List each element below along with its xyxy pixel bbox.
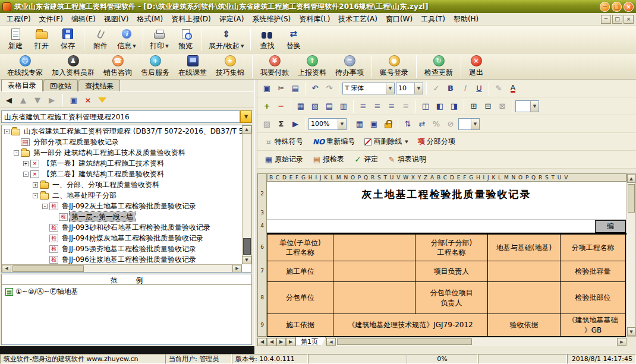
mdi-minimize-button[interactable]: ─ <box>601 15 611 24</box>
construction-unit-value-cell[interactable] <box>333 261 415 282</box>
upload-report-button[interactable]: ↑ 上报资料 <box>294 54 330 79</box>
scroll-right-arrow-icon[interactable]: ▶ <box>617 338 626 346</box>
goto-icon[interactable]: ▶ <box>289 118 302 130</box>
scroll-up-arrow-icon[interactable]: ▲ <box>627 174 635 183</box>
bold-icon[interactable]: B <box>444 83 457 94</box>
special-symbol-button[interactable]: ¤ 特殊符号 <box>260 135 307 148</box>
tree-horizontal-scrollbar[interactable]: ◀ ▶ <box>2 264 242 272</box>
zoom-select[interactable]: 100% ▼ <box>308 118 347 130</box>
locate-icon[interactable]: ▣ <box>68 94 80 106</box>
scroll-right-arrow-icon[interactable]: ▶ <box>232 265 242 273</box>
font-size-select[interactable]: 10 ▼ <box>396 83 423 94</box>
collapse-icon[interactable] <box>14 150 19 156</box>
sheet-tab[interactable]: 第1页 <box>295 337 326 346</box>
scroll-left-arrow-icon[interactable]: ◀ <box>2 265 11 273</box>
batch-capacity-label-cell[interactable]: 检验批容量 <box>561 261 626 282</box>
menu-technology[interactable]: 技术工艺(A) <box>334 13 382 26</box>
unit-name-value-cell[interactable] <box>333 235 415 261</box>
mdi-close-button[interactable]: × <box>624 15 634 24</box>
close-button[interactable]: × <box>624 2 634 12</box>
menu-help[interactable]: 帮助(H) <box>449 13 483 26</box>
menu-edit[interactable]: 编辑(E) <box>67 13 100 26</box>
document-title-cell[interactable]: 灰土地基工程检验批质量验收记录 <box>267 182 626 207</box>
find-button[interactable]: 查找 <box>254 26 279 52</box>
tree-item[interactable]: 检 鲁JJ-093砂和砂石地基工程检验批质量验收记录 <box>2 222 242 233</box>
next-sheet-button[interactable]: ▶ <box>276 338 286 346</box>
autosum-icon[interactable]: Σ <box>275 118 288 130</box>
check-update-button[interactable]: ↻ 检查更新 <box>421 54 456 79</box>
minimize-button[interactable]: ─ <box>600 2 610 12</box>
todo-button[interactable]: ≡ 待办事项 <box>332 54 367 79</box>
menu-format[interactable]: 格式(M) <box>133 13 167 26</box>
border-style-select[interactable]: ▼ <box>515 100 539 112</box>
delete-icon[interactable]: × <box>82 94 94 106</box>
no-print-icon[interactable]: ⊘ <box>444 118 457 130</box>
collapse-icon[interactable] <box>33 193 38 198</box>
row-header-2[interactable]: 2 <box>258 191 266 197</box>
scrollbar-thumb[interactable] <box>628 184 635 213</box>
document-canvas[interactable]: 灰土地基工程检验批质量验收记录 编 单位(子单位) 工程名称 分部(子分部) 工… <box>267 182 626 337</box>
document-vertical-scrollbar[interactable]: ▲ ▼ <box>626 173 636 337</box>
assess-button[interactable]: ✓ 评定 <box>350 153 382 166</box>
tree-item[interactable]: 二、地基处理子分部 <box>2 190 242 201</box>
preview-button[interactable]: 预览 <box>173 26 198 52</box>
copy-icon[interactable]: ▣ <box>260 83 273 94</box>
scroll-down-arrow-icon[interactable]: ▼ <box>242 256 251 264</box>
acceptance-basis-label-cell[interactable]: 验收依据 <box>488 314 561 337</box>
tree-item[interactable]: ▤ 分部分项工程质量验收记录 <box>2 137 242 147</box>
open-button[interactable]: 打开 <box>29 26 54 52</box>
table-columns-icon[interactable]: ▥ <box>337 100 350 112</box>
tab-recycle-bin[interactable]: 回收站 <box>43 80 78 91</box>
down-arrow-icon[interactable]: ▼ <box>32 94 43 106</box>
merge-cells-icon[interactable]: ⊞ <box>467 100 480 112</box>
scroll-left-arrow-icon[interactable]: ◀ <box>326 338 336 346</box>
menu-library[interactable]: 资料库(L) <box>295 13 334 26</box>
payment-button[interactable]: ¥ 我要付款 <box>257 54 292 79</box>
row-header-7[interactable]: 7 <box>258 268 266 274</box>
replace-button[interactable]: ⇄ 替换 <box>281 26 306 52</box>
tab-table-catalog[interactable]: 表格目录 <box>1 79 43 91</box>
cut-icon[interactable]: ✂ <box>275 83 288 94</box>
unit-name-label-cell[interactable]: 单位(子单位) 工程名称 <box>267 235 333 261</box>
subdivision-item-button[interactable]: 项 分部分项 <box>414 136 459 147</box>
tree-item[interactable]: 山东省建筑工程施工资料管理规程 (DB37/T 5072-2016、DB37/T… <box>2 126 242 137</box>
up-arrow-icon[interactable]: ▲ <box>17 94 29 106</box>
online-expert-button[interactable]: ☺ 在线找专家 <box>4 54 46 79</box>
tree-item[interactable]: 检 鲁JJ-092灰土地基工程检验批质量验收记录 <box>2 201 242 211</box>
collapse-icon[interactable] <box>23 172 29 177</box>
row-header-4[interactable]: 4 <box>258 223 266 229</box>
row-header-8[interactable]: 8 <box>258 295 266 300</box>
inspection-form-button[interactable]: ▤ 报检表 <box>308 153 348 166</box>
expand-collapse-button[interactable]: ⇕ 展开/收起▼ <box>206 26 247 52</box>
align-justify-icon[interactable]: ≡ <box>399 100 413 112</box>
spellcheck-icon[interactable]: ✓ <box>430 83 443 94</box>
italic-icon[interactable]: I <box>458 83 471 94</box>
paste-icon[interactable]: ▤ <box>289 83 302 94</box>
row-header-6[interactable]: 6 <box>258 244 266 250</box>
menu-view[interactable]: 视图(V) <box>100 13 133 26</box>
subcontract-leader-value-cell[interactable] <box>488 282 561 314</box>
last-sheet-button[interactable]: ▶ <box>286 338 295 346</box>
grid-icon[interactable]: ▦ <box>353 118 366 130</box>
scrollbar-thumb[interactable] <box>337 338 472 345</box>
delete-table-icon[interactable]: ⊠ <box>496 100 509 112</box>
tree-item-selected[interactable]: 检 第一层~第一段~墙 <box>2 211 242 222</box>
subcontract-unit-value-cell[interactable] <box>333 282 415 314</box>
align-left-icon[interactable]: ≡ <box>357 100 370 112</box>
menu-assess[interactable]: 评定(A) <box>215 13 248 26</box>
renumber-button[interactable]: NO 重新编号 <box>308 136 359 147</box>
empty-row[interactable] <box>267 220 626 233</box>
tab-search-results[interactable]: 查找结果 <box>78 80 120 91</box>
catalog-dropdown-button[interactable]: ▼ <box>240 110 252 123</box>
empty-row[interactable] <box>267 207 626 220</box>
scroll-down-arrow-icon[interactable]: ▼ <box>627 327 635 336</box>
column-headers[interactable]: BCDEFGHIJKLMNOPQRSTUVWXYZABCDEFGHIJKLMNO… <box>267 173 626 182</box>
redo-icon[interactable]: ↷ <box>323 83 336 94</box>
project-leader-value-cell[interactable] <box>488 261 561 282</box>
tips-button[interactable]: ★ 技巧集锦 <box>212 54 248 79</box>
menu-project[interactable]: 工程(P) <box>2 13 35 26</box>
menu-file[interactable]: 文件(F) <box>35 13 67 26</box>
align-center-icon[interactable]: ≡ <box>371 100 384 112</box>
undo-icon[interactable]: ↶ <box>308 83 322 94</box>
menu-tools[interactable]: 工具(T) <box>417 13 449 26</box>
